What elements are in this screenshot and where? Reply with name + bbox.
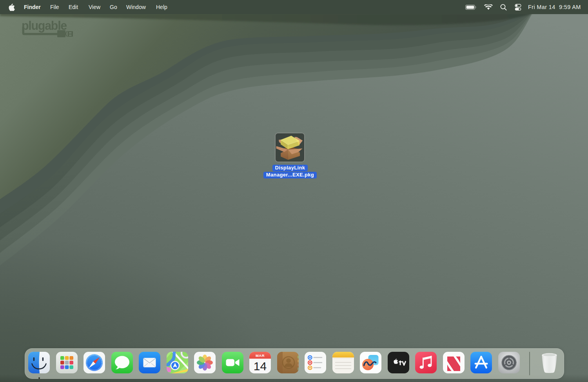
svg-text:14: 14 xyxy=(254,360,267,373)
svg-text:MAR: MAR xyxy=(256,353,265,358)
